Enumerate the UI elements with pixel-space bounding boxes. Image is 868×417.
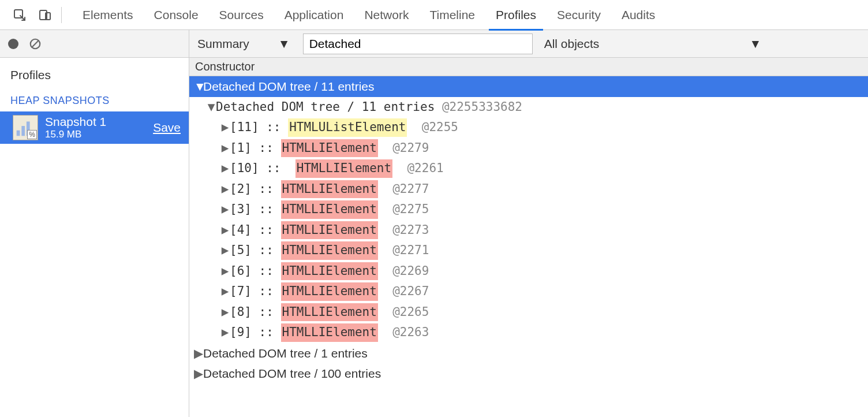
snapshot-size: 15.9 MB	[45, 129, 146, 140]
tab-security[interactable]: Security	[547, 0, 611, 30]
tab-application[interactable]: Application	[274, 0, 354, 30]
tab-network[interactable]: Network	[354, 0, 419, 30]
group-label: Detached DOM tree / 11 entries	[203, 77, 374, 96]
entry-element: HTMLLIElement	[281, 200, 378, 219]
group-label: Detached DOM tree / 1 entries	[203, 344, 368, 363]
object-filter-label: All objects	[544, 37, 600, 51]
entry-oid: @2271	[392, 241, 429, 260]
entry-element: HTMLLIElement	[295, 159, 392, 178]
view-selector-label: Summary	[197, 37, 249, 51]
entry-index: [2]	[230, 180, 252, 199]
object-filter-selector[interactable]: All objects ▼	[544, 37, 768, 51]
toolbar-left	[0, 30, 189, 57]
entry-index: [1]	[230, 139, 252, 158]
heap-entry-row[interactable]: ▶[5] :: HTMLLIElement @2271	[189, 240, 868, 261]
entry-oid: @2277	[392, 180, 429, 199]
group-row-collapsed[interactable]: ▶Detached DOM tree / 1 entries	[189, 343, 868, 364]
column-header-constructor[interactable]: Constructor	[189, 58, 868, 76]
group-expanded-label: Detached DOM tree / 11 entries	[216, 98, 442, 117]
entry-index: [9]	[230, 323, 252, 342]
heap-entry-row[interactable]: ▶[2] :: HTMLLIElement @2277	[189, 179, 868, 200]
heap-entry-row[interactable]: ▶[3] :: HTMLLIElement @2275	[189, 199, 868, 220]
inspect-icon[interactable]	[7, 8, 32, 22]
chevron-down-icon: ▼	[278, 37, 290, 51]
disclosure-right-icon: ▶	[220, 180, 230, 199]
heap-entry-row[interactable]: ▶[6] :: HTMLLIElement @2269	[189, 261, 868, 282]
record-icon[interactable]	[8, 39, 18, 49]
sidebar-section-label: HEAP SNAPSHOTS	[0, 87, 189, 111]
disclosure-right-icon: ▶	[220, 118, 230, 137]
chevron-down-icon: ▼	[749, 37, 761, 51]
disclosure-right-icon: ▶	[220, 200, 230, 219]
profiles-toolbar: Summary ▼ All objects ▼	[0, 30, 868, 58]
disclosure-down-icon: ▼	[194, 77, 203, 96]
entry-oid: @2267	[392, 282, 429, 301]
entry-element: HTMLLIElement	[281, 323, 378, 342]
tab-audits[interactable]: Audits	[611, 0, 665, 30]
entry-element: HTMLLIElement	[281, 180, 378, 199]
heap-entry-row[interactable]: ▶[4] :: HTMLLIElement @2273	[189, 220, 868, 241]
snapshot-text: Snapshot 1 15.9 MB	[45, 115, 146, 140]
snapshot-item[interactable]: % Snapshot 1 15.9 MB Save	[0, 111, 189, 144]
profiles-sidebar: Profiles HEAP SNAPSHOTS % Snapshot 1 15.…	[0, 58, 189, 417]
heap-grid: Constructor ▼Detached DOM tree / 11 entr…	[189, 58, 868, 417]
disclosure-right-icon: ▶	[220, 262, 230, 281]
entry-oid: @2275	[392, 200, 429, 219]
class-filter-input[interactable]	[303, 33, 533, 54]
disclosure-right-icon: ▶	[220, 221, 230, 240]
entry-oid: @2265	[392, 303, 429, 322]
entry-index: [11]	[230, 118, 259, 137]
disclosure-right-icon: ▶	[220, 282, 230, 301]
disclosure-right-icon: ▶	[220, 159, 230, 178]
disclosure-right-icon: ▶	[220, 323, 230, 342]
group-label: Detached DOM tree / 100 entries	[203, 364, 381, 383]
disclosure-right-icon: ▶	[220, 303, 230, 322]
disclosure-right-icon: ▶	[194, 364, 203, 383]
entry-element: HTMLLIElement	[281, 221, 378, 240]
heap-entry-row[interactable]: ▶[1] :: HTMLLIElement @2279	[189, 138, 868, 159]
entry-element: HTMLLIElement	[281, 262, 378, 281]
heap-entry-row[interactable]: ▶[8] :: HTMLLIElement @2265	[189, 302, 868, 323]
entry-oid: @2269	[392, 262, 429, 281]
tab-console[interactable]: Console	[144, 0, 209, 30]
entry-index: [3]	[230, 200, 252, 219]
disclosure-right-icon: ▶	[220, 241, 230, 260]
group-row-collapsed[interactable]: ▶Detached DOM tree / 100 entries	[189, 363, 868, 384]
view-selector[interactable]: Summary ▼	[197, 37, 296, 51]
group-row-expanded[interactable]: ▼Detached DOM tree / 11 entries @2255333…	[189, 97, 868, 118]
entry-oid: @2273	[392, 221, 429, 240]
entry-oid: @2263	[392, 323, 429, 342]
group-oid: @2255333682	[442, 98, 522, 117]
device-toggle-icon[interactable]	[32, 8, 58, 22]
snapshot-icon: %	[13, 115, 38, 140]
entry-element: HTMLLIElement	[281, 139, 378, 158]
tab-elements[interactable]: Elements	[72, 0, 144, 30]
entry-index: [5]	[230, 241, 252, 260]
heap-entry-row[interactable]: ▶[11] :: HTMLUListElement @2255	[189, 117, 868, 138]
entry-element: HTMLUListElement	[288, 118, 407, 137]
tab-timeline[interactable]: Timeline	[419, 0, 485, 30]
svg-rect-6	[21, 126, 25, 136]
heap-entry-row[interactable]: ▶[10] :: HTMLLIElement @2261	[189, 158, 868, 179]
group-row-selected[interactable]: ▼Detached DOM tree / 11 entries	[189, 76, 868, 97]
entry-index: [8]	[230, 303, 252, 322]
entry-index: [6]	[230, 262, 252, 281]
tabbar-separator	[61, 7, 62, 23]
disclosure-right-icon: ▶	[194, 344, 203, 363]
snapshot-name: Snapshot 1	[45, 115, 146, 129]
tab-sources[interactable]: Sources	[209, 0, 274, 30]
tab-profiles[interactable]: Profiles	[485, 0, 547, 30]
clear-icon[interactable]	[29, 38, 42, 50]
devtools-tabbar: ElementsConsoleSourcesApplicationNetwork…	[0, 0, 868, 30]
entry-index: [4]	[230, 221, 252, 240]
svg-rect-5	[17, 131, 20, 136]
svg-line-4	[32, 40, 39, 47]
entry-element: HTMLLIElement	[281, 241, 378, 260]
entry-index: [10]	[230, 159, 259, 178]
entry-index: [7]	[230, 282, 252, 301]
heap-entry-row[interactable]: ▶[9] :: HTMLLIElement @2263	[189, 322, 868, 343]
entry-oid: @2279	[392, 139, 429, 158]
heap-entry-row[interactable]: ▶[7] :: HTMLLIElement @2267	[189, 281, 868, 302]
snapshot-save-link[interactable]: Save	[153, 121, 181, 135]
entry-element: HTMLLIElement	[281, 303, 378, 322]
